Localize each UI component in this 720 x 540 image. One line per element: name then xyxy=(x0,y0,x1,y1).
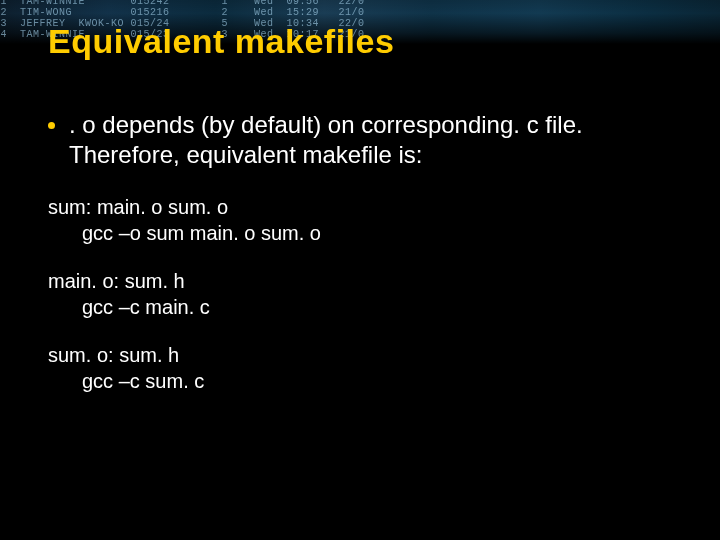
slide: 91 TAM-WINNIE 015242 1 Wed 09:56 22/0 92… xyxy=(0,0,720,540)
code-block-2: main. o: sum. h gcc –c main. c xyxy=(48,268,676,320)
bullet-text: . o depends (by default) on correspondin… xyxy=(69,110,676,170)
code-line: gcc –c main. c xyxy=(48,294,676,320)
slide-body: . o depends (by default) on correspondin… xyxy=(48,110,676,416)
code-line: main. o: sum. h xyxy=(48,268,676,294)
slide-title: Equivalent makefiles xyxy=(48,22,394,61)
code-block-3: sum. o: sum. h gcc –c sum. c xyxy=(48,342,676,394)
code-line: sum. o: sum. h xyxy=(48,342,676,368)
code-line: gcc –c sum. c xyxy=(48,368,676,394)
bullet-item: . o depends (by default) on correspondin… xyxy=(48,110,676,170)
code-line: sum: main. o sum. o xyxy=(48,194,676,220)
code-block-1: sum: main. o sum. o gcc –o sum main. o s… xyxy=(48,194,676,246)
code-line: gcc –o sum main. o sum. o xyxy=(48,220,676,246)
bullet-dot-icon xyxy=(48,122,55,129)
